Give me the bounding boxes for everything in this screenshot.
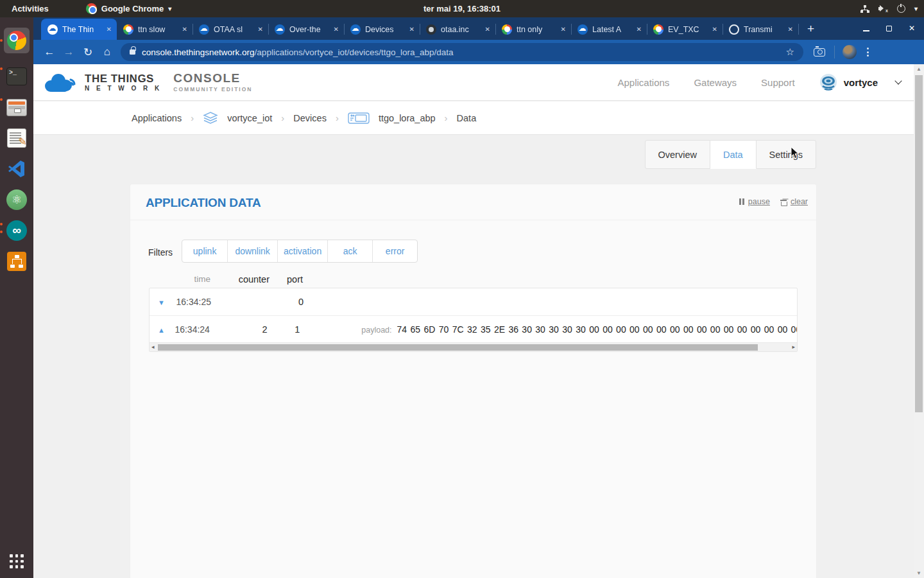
browser-tab-5[interactable]: Devices ✕: [344, 19, 420, 40]
power-icon[interactable]: [897, 4, 905, 13]
tab-title: Over-the: [289, 25, 329, 34]
tab-settings[interactable]: Settings: [757, 140, 816, 169]
browser-tab-4[interactable]: Over-the ✕: [268, 19, 344, 40]
nav-gateways[interactable]: Gateways: [694, 77, 737, 88]
column-counter: counter: [210, 274, 270, 285]
breadcrumb-device-id[interactable]: ttgo_lora_abp: [379, 113, 436, 123]
dock-item-drawio[interactable]: [4, 249, 30, 274]
pause-button[interactable]: pause: [739, 197, 770, 206]
tab-close-icon[interactable]: ✕: [788, 26, 793, 33]
tab-close-icon[interactable]: ✕: [637, 26, 642, 33]
mouse-cursor: [791, 146, 800, 159]
tab-overview[interactable]: Overview: [645, 140, 710, 169]
user-menu[interactable]: vortyce: [819, 73, 901, 91]
dock-item-arduino[interactable]: ∞: [4, 218, 30, 243]
tab-close-icon[interactable]: ✕: [561, 26, 566, 33]
dock-item-terminal[interactable]: >_: [4, 64, 30, 89]
activities-button[interactable]: Activities: [0, 4, 60, 13]
browser-tab-6[interactable]: otaa.inc ✕: [420, 19, 495, 40]
scroll-right-icon[interactable]: ▸: [792, 344, 795, 350]
scroll-left-icon[interactable]: ◂: [151, 344, 155, 350]
browser-menu-icon[interactable]: [867, 48, 869, 57]
breadcrumb-application-id[interactable]: vortyce_iot: [227, 113, 272, 123]
filter-uplink[interactable]: uplink: [182, 240, 227, 262]
browser-tab-2[interactable]: ttn slow ✕: [117, 19, 193, 40]
chevron-down-icon[interactable]: ▾: [914, 5, 918, 12]
filter-activation[interactable]: activation: [277, 240, 327, 262]
back-button[interactable]: ←: [40, 46, 59, 58]
pause-label: pause: [748, 197, 770, 206]
url-domain: console.thethingsnetwork.org: [142, 48, 255, 57]
scroll-down-icon[interactable]: ▼: [914, 570, 924, 576]
table-row[interactable]: ▼ 16:34:25 0: [150, 288, 797, 315]
network-icon[interactable]: [860, 5, 869, 13]
user-name: vortyce: [844, 77, 878, 88]
window-close-button[interactable]: ✕: [909, 24, 915, 32]
dock-item-atom[interactable]: ⚛: [4, 187, 30, 213]
tab-close-icon[interactable]: ✕: [107, 26, 112, 33]
vertical-scrollbar-thumb[interactable]: [915, 75, 923, 412]
tab-close-icon[interactable]: ✕: [334, 26, 339, 33]
dock-item-vscode[interactable]: [4, 156, 30, 182]
bookmark-star-icon[interactable]: ☆: [786, 46, 794, 58]
show-applications-button[interactable]: [4, 548, 30, 574]
forward-button[interactable]: →: [59, 46, 78, 58]
github-favicon-icon: [426, 24, 436, 35]
application-layers-icon: [203, 112, 218, 125]
tab-close-icon[interactable]: ✕: [182, 26, 187, 33]
dock-item-text-editor[interactable]: [4, 125, 30, 151]
screenshot-extension-icon[interactable]: [814, 48, 825, 57]
browser-tab-1[interactable]: The Thin ✕: [41, 19, 117, 40]
lock-icon[interactable]: [130, 49, 135, 55]
data-table: ▼ 16:34:25 0 ▲ 16:34:24 2 1 payload: 74 …: [149, 288, 798, 352]
table-row[interactable]: ▲ 16:34:24 2 1 payload: 74 65 6D 70 7C 3…: [150, 315, 797, 342]
nav-applications[interactable]: Applications: [617, 77, 669, 88]
url-text[interactable]: console.thethingsnetwork.org/application…: [142, 48, 454, 57]
scroll-up-icon[interactable]: ▲: [914, 66, 924, 72]
ttn-logo[interactable]: THE THINGS N E T W O R K CONSOLE COMMUNI…: [42, 71, 252, 94]
clear-button[interactable]: clear: [780, 197, 808, 206]
breadcrumb-separator: ›: [191, 112, 194, 123]
browser-tab-10[interactable]: Transmi ✕: [723, 19, 798, 40]
horizontal-scrollbar[interactable]: ◂ ▸: [150, 342, 797, 351]
dock-item-file-archiver[interactable]: [4, 94, 30, 120]
clock[interactable]: ter mai 19, 16:38:01: [424, 4, 501, 13]
browser-tab-7[interactable]: ttn only ✕: [495, 19, 571, 40]
filter-error[interactable]: error: [372, 240, 417, 262]
browser-tab-3[interactable]: OTAA sl ✕: [193, 19, 268, 40]
filter-ack[interactable]: ack: [327, 240, 372, 262]
text-editor-icon: [7, 128, 26, 148]
clear-label: clear: [791, 197, 808, 206]
nav-support[interactable]: Support: [761, 77, 795, 88]
toolbar-divider: [834, 46, 835, 58]
app-grid-icon: [10, 554, 24, 568]
new-tab-button[interactable]: +: [807, 22, 814, 36]
window-restore-button[interactable]: [886, 26, 892, 31]
browser-tab-8[interactable]: Latest A ✕: [571, 19, 647, 40]
breadcrumb-data[interactable]: Data: [457, 113, 477, 123]
tab-close-icon[interactable]: ✕: [258, 26, 263, 33]
breadcrumb-devices[interactable]: Devices: [293, 113, 327, 123]
payload-hex: 74 65 6D 70 7C 32 35 2E 36 30 30 30 30 3…: [397, 324, 797, 335]
logo-edition: COMMUNITY EDITION: [173, 86, 252, 92]
home-button[interactable]: ⌂: [98, 46, 117, 58]
horizontal-scrollbar-thumb[interactable]: [158, 344, 758, 351]
tab-close-icon[interactable]: ✕: [485, 26, 490, 33]
tab-close-icon[interactable]: ✕: [409, 26, 415, 33]
window-minimize-button[interactable]: [863, 30, 869, 31]
tab-data[interactable]: Data: [710, 140, 757, 169]
browser-tab-9[interactable]: EV_TXC ✕: [647, 19, 723, 40]
volume-muted-icon[interactable]: x: [878, 4, 888, 13]
cell-payload: payload: 74 65 6D 70 7C 32 35 2E 36 30 3…: [361, 324, 797, 335]
chrome-icon: [7, 31, 26, 50]
address-bar[interactable]: console.thethingsnetwork.org/application…: [121, 43, 803, 61]
reload-button[interactable]: ↻: [78, 46, 98, 59]
vertical-scrollbar[interactable]: ▲ ▼: [914, 64, 924, 578]
breadcrumb-applications[interactable]: Applications: [132, 113, 182, 123]
filter-downlink[interactable]: downlink: [227, 240, 277, 262]
dock-item-chrome[interactable]: [4, 28, 30, 53]
app-menu[interactable]: Google Chrome ▾: [86, 3, 172, 14]
profile-avatar[interactable]: [843, 45, 857, 59]
dock: >_ ⚛ ∞: [0, 17, 33, 578]
tab-close-icon[interactable]: ✕: [712, 26, 717, 33]
